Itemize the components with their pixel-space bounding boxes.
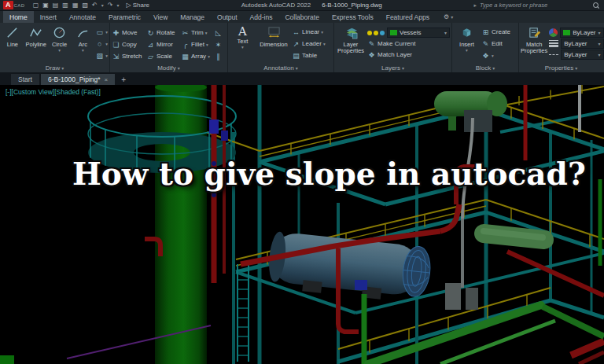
drawing-tab[interactable]: 6-B-1000_Piping* ×	[41, 74, 115, 85]
share-button[interactable]: ▷ Share	[126, 2, 149, 9]
erase-button[interactable]: ◺	[214, 28, 225, 38]
layer-freeze-icon	[374, 31, 378, 35]
tab-manage[interactable]: Manage	[174, 11, 211, 23]
match-properties-button[interactable]: Match Properties	[521, 24, 547, 63]
insert-button[interactable]: Insert▾	[454, 24, 480, 63]
undo-icon[interactable]: ↶	[92, 1, 98, 10]
close-tab-icon[interactable]: ×	[105, 76, 109, 83]
rotate-icon: ↻	[146, 29, 155, 37]
rotate-button[interactable]: ↻Rotate	[146, 28, 179, 38]
linear-button[interactable]: ↔Linear▾	[292, 27, 332, 37]
fillet-icon: ╭	[181, 41, 190, 49]
ribbon-tab-row: Home Insert Annotate Parametric View Man…	[0, 11, 604, 23]
workspace-button[interactable]: ⚙ ▾	[444, 11, 453, 23]
workspace-gear-icon: ⚙	[444, 13, 449, 20]
explode-icon: ✶	[214, 41, 223, 49]
save-as-icon[interactable]: ▥	[62, 1, 68, 10]
explode-button[interactable]: ✶	[214, 39, 225, 50]
rectangle-tool-button[interactable]: ▭▾	[95, 27, 108, 37]
offset-button[interactable]: ∥	[214, 51, 225, 61]
redo-icon[interactable]: ↷	[108, 1, 113, 10]
panel-properties: Match Properties ByLayer	[519, 23, 603, 72]
tab-annotate[interactable]: Annotate	[63, 11, 102, 23]
block-attributes-button[interactable]: ❖▾	[481, 50, 517, 61]
block-attributes-icon: ❖	[481, 52, 490, 60]
edit-block-button[interactable]: ✎Edit	[481, 39, 517, 49]
file-tab-bar: Start 6-B-1000_Piping* × +	[0, 72, 604, 85]
open-icon[interactable]: ▣	[42, 1, 49, 10]
linetype-dropdown[interactable]: ByLayer▾	[561, 50, 603, 60]
arc-button[interactable]: Arc▾	[72, 24, 94, 63]
match-layer-button[interactable]: ❖ Match Layer	[367, 50, 450, 60]
polyline-button[interactable]: Polyline	[25, 24, 47, 63]
search-input[interactable]	[480, 1, 590, 9]
redo-dropdown-icon[interactable]: ▾	[116, 2, 119, 8]
scale-button[interactable]: ▱Scale	[146, 51, 179, 61]
mirror-button[interactable]: ⊿Mirror	[146, 39, 179, 50]
make-current-button[interactable]: ✎ Make Current	[367, 39, 450, 49]
drawing-viewport[interactable]: [-][Custom View][Shaded (Fast)]	[0, 85, 604, 364]
properties-panel-label[interactable]: Properties	[519, 63, 603, 72]
tab-insert[interactable]: Insert	[34, 11, 63, 23]
move-button[interactable]: ✚Move	[112, 28, 145, 38]
leader-button[interactable]: ↗Leader▾	[292, 39, 332, 49]
lineweight-dropdown[interactable]: ByLayer▾	[561, 39, 603, 49]
stretch-icon: ⇲	[112, 53, 120, 61]
panel-block: Insert▾ ⊞Create ✎Edit ❖▾ Block	[452, 23, 519, 72]
trim-button[interactable]: ✂Trim▾	[181, 28, 212, 38]
search-expand-icon[interactable]: ▸	[473, 2, 477, 9]
layer-properties-icon	[344, 26, 358, 41]
array-icon: ▦	[181, 53, 190, 61]
publish-icon[interactable]: ▧	[82, 1, 88, 10]
tab-parametric[interactable]: Parametric	[102, 11, 147, 23]
new-drawing-tab-button[interactable]: +	[116, 74, 131, 85]
tab-home[interactable]: Home	[3, 11, 34, 23]
modify-panel-label[interactable]: Modify	[110, 63, 227, 72]
new-icon[interactable]: ▢	[33, 1, 39, 10]
lineweight-icon	[549, 40, 558, 47]
quick-access-toolbar: ▢ ▣ ▤ ▥ ▦ ▧ ↶ ▾ ↷ ▾ ▷ Share	[33, 1, 149, 10]
make-current-icon: ✎	[367, 40, 376, 48]
tab-add-ins[interactable]: Add-ins	[244, 11, 279, 23]
window-title: Autodesk AutoCAD 2022 6-B-1000_Piping.dw…	[153, 2, 470, 9]
tab-collaborate[interactable]: Collaborate	[278, 11, 325, 23]
draw-panel-label[interactable]: Draw	[0, 63, 109, 72]
dimension-button[interactable]: Dimension	[257, 24, 290, 63]
move-icon: ✚	[112, 29, 120, 37]
plot-icon[interactable]: ▦	[72, 1, 79, 10]
tab-featured-apps[interactable]: Featured Apps	[380, 11, 436, 23]
app-menu-button[interactable]: A CAD	[3, 1, 25, 9]
block-panel-label[interactable]: Block	[452, 63, 518, 72]
viewport-controls[interactable]: [-][Custom View][Shaded (Fast)]	[6, 88, 101, 96]
hatch-tool-button[interactable]: ▨▾	[95, 50, 108, 61]
fillet-button[interactable]: ╭Fillet▾	[181, 39, 212, 50]
undo-dropdown-icon[interactable]: ▾	[101, 2, 104, 8]
autocad-logo-icon: A	[3, 1, 13, 9]
text-button[interactable]: A Text▾	[230, 24, 256, 63]
layer-select-dropdown[interactable]: Vessels ▾	[387, 28, 450, 38]
search-icon[interactable]	[593, 2, 599, 9]
layer-properties-button[interactable]: Layer Properties	[336, 24, 366, 63]
circle-icon	[53, 26, 66, 41]
stretch-button[interactable]: ⇲Stretch	[112, 51, 145, 61]
array-button[interactable]: ▦Array▾	[181, 51, 212, 61]
circle-button[interactable]: Circle▾	[49, 24, 71, 63]
create-block-button[interactable]: ⊞Create	[481, 27, 517, 37]
tab-output[interactable]: Output	[211, 11, 244, 23]
line-button[interactable]: Line	[2, 24, 24, 63]
share-label: Share	[133, 2, 149, 9]
layer-state-icons[interactable]	[367, 31, 385, 35]
tab-view[interactable]: View	[147, 11, 174, 23]
ellipse-tool-button[interactable]: ○▾	[95, 39, 108, 49]
save-icon[interactable]: ▤	[53, 1, 59, 10]
start-tab[interactable]: Start	[11, 74, 39, 85]
scale-icon: ▱	[146, 53, 155, 61]
object-color-dropdown[interactable]: ByLayer ▾	[560, 28, 603, 38]
table-button[interactable]: ▤Table	[292, 50, 332, 61]
annotation-panel-label[interactable]: Annotation	[228, 63, 333, 72]
erase-icon: ◺	[214, 29, 223, 37]
copy-button[interactable]: ❏Copy	[112, 39, 145, 50]
layers-panel-label[interactable]: Layers	[334, 63, 451, 72]
ribbon: Line Polyline Circle▾ Arc▾	[0, 23, 604, 72]
tab-express-tools[interactable]: Express Tools	[326, 11, 380, 23]
